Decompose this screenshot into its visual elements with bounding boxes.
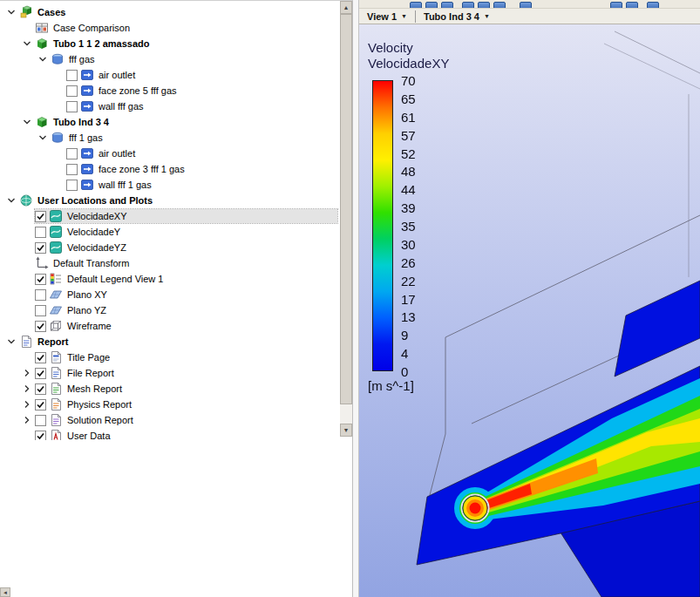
tree-item-default-legend-view-1[interactable]: Default Legend View 1 xyxy=(0,271,340,287)
tree-item-fff-1-gas[interactable]: fff 1 gas xyxy=(0,130,340,146)
title-page-icon xyxy=(49,350,63,364)
visibility-checkbox[interactable] xyxy=(35,415,46,426)
tree-item-report[interactable]: Report xyxy=(0,334,340,349)
tree-item-label: File Report xyxy=(65,368,116,378)
tree-item-file-report[interactable]: File Report xyxy=(0,365,340,381)
tree-item-content: Wireframe xyxy=(35,319,337,333)
panel-splitter[interactable] xyxy=(353,0,359,597)
dropdown-arrow-icon[interactable]: ▼ xyxy=(401,13,407,19)
legend-tick-label: 39 xyxy=(401,200,416,215)
toolbar-icon[interactable] xyxy=(425,2,438,9)
scrollbar-thumb[interactable] xyxy=(340,14,352,404)
boundary-icon xyxy=(80,84,94,98)
legend-tick-label: 57 xyxy=(401,127,416,142)
tree-item-wireframe[interactable]: Wireframe xyxy=(0,318,340,334)
legend-tick-label: 70 xyxy=(401,73,416,88)
toolbar-icon[interactable] xyxy=(647,2,659,9)
tree-item-velocidadexy[interactable]: VelocidadeXY xyxy=(0,208,340,224)
tree-item-label: Default Transform xyxy=(51,258,131,268)
legend-units: [m s^-1] xyxy=(368,378,472,393)
tree-item-user-data[interactable]: User Data xyxy=(0,428,340,440)
expander-spacer xyxy=(19,318,35,334)
tree-item-plano-xy[interactable]: Plano XY xyxy=(0,287,340,302)
tree-item-velocidadey[interactable]: VelocidadeY xyxy=(0,224,340,240)
toolbar-icon[interactable] xyxy=(410,2,422,9)
chevron-down-icon[interactable] xyxy=(3,4,19,20)
tree-item-mesh-report[interactable]: Mesh Report xyxy=(0,381,340,397)
chevron-down-icon[interactable] xyxy=(35,51,51,67)
tree-item-velocidadeyz[interactable]: VelocidadeYZ xyxy=(0,240,340,255)
scroll-up-button[interactable]: ▲ xyxy=(340,1,352,14)
visibility-checkbox[interactable] xyxy=(35,431,46,441)
chevron-down-icon[interactable] xyxy=(35,130,51,146)
chevron-down-icon[interactable] xyxy=(3,193,19,208)
chevron-down-icon[interactable] xyxy=(3,334,19,349)
tree-item-air-outlet[interactable]: air outlet xyxy=(0,146,340,161)
tree-item-content: User Locations and Plots xyxy=(19,193,337,207)
velocity-legend: Velocity VelocidadeXY 706561575248443935… xyxy=(368,40,472,393)
tree-item-case-comparison[interactable]: Case Comparison xyxy=(0,20,340,36)
tree-item-tubo-ind-3-4[interactable]: Tubo Ind 3 4 xyxy=(0,114,340,130)
domain-icon xyxy=(51,52,65,66)
tree-item-face-zone-3-fff-1-gas[interactable]: face zone 3 fff 1 gas xyxy=(0,161,340,177)
visibility-checkbox[interactable] xyxy=(35,305,46,316)
toolbar-icon[interactable] xyxy=(626,2,638,9)
tree-item-wall-fff-gas[interactable]: wall fff gas xyxy=(0,98,340,114)
toolbar-icon[interactable] xyxy=(478,2,490,9)
legend-tick-label: 44 xyxy=(401,182,416,197)
tree-item-content: User Data xyxy=(35,429,337,440)
h-scrollbar-left-button[interactable]: ◄ xyxy=(0,587,10,597)
visibility-checkbox[interactable] xyxy=(35,399,46,410)
visibility-checkbox[interactable] xyxy=(35,274,46,285)
scroll-down-button[interactable]: ▼ xyxy=(340,424,352,437)
view-tab-view-1[interactable]: View 1▼ xyxy=(359,9,415,24)
visibility-checkbox[interactable] xyxy=(66,164,78,175)
3d-viewport[interactable]: Velocity VelocidadeXY 706561575248443935… xyxy=(359,24,700,597)
tree-item-face-zone-5-fff-gas[interactable]: face zone 5 fff gas xyxy=(0,83,340,98)
tree-item-solution-report[interactable]: Solution Report xyxy=(0,412,340,428)
chevron-down-icon[interactable] xyxy=(19,114,35,130)
tree-item-fff-gas[interactable]: fff gas xyxy=(0,51,340,67)
visibility-checkbox[interactable] xyxy=(35,352,46,363)
tree-item-plano-yz[interactable]: Plano YZ xyxy=(0,302,340,318)
visibility-checkbox[interactable] xyxy=(35,368,46,379)
view-tab-tubo-ind-3-4[interactable]: Tubo Ind 3 4▼ xyxy=(416,9,498,24)
visibility-checkbox[interactable] xyxy=(66,85,78,97)
tree-item-physics-report[interactable]: Physics Report xyxy=(0,397,340,412)
visibility-checkbox[interactable] xyxy=(66,148,78,159)
chevron-right-icon[interactable] xyxy=(19,412,35,428)
dropdown-arrow-icon[interactable]: ▼ xyxy=(484,13,490,19)
tree-item-label: Tubo 1 1 2 amassado xyxy=(51,38,151,49)
visibility-checkbox[interactable] xyxy=(66,180,78,191)
tree-item-user-locations-and-plots[interactable]: User Locations and Plots xyxy=(0,193,340,208)
toolbar-icon[interactable] xyxy=(462,2,474,9)
tree-item-tubo-1-1-2-amassado[interactable]: Tubo 1 1 2 amassado xyxy=(0,36,340,51)
visibility-checkbox[interactable] xyxy=(35,383,46,395)
toolbar-icon[interactable] xyxy=(441,2,453,9)
visibility-checkbox[interactable] xyxy=(35,227,46,238)
visibility-checkbox[interactable] xyxy=(35,242,46,254)
tree-item-title-page[interactable]: Title Page xyxy=(0,349,340,365)
tree-item-default-transform[interactable]: Default Transform xyxy=(0,255,340,271)
visibility-checkbox[interactable] xyxy=(35,211,46,222)
toolbar-icon[interactable] xyxy=(520,2,532,9)
visibility-checkbox[interactable] xyxy=(66,101,78,112)
tree-vertical-scrollbar[interactable]: ▲ ▼ xyxy=(340,1,352,437)
chevron-right-icon[interactable] xyxy=(19,365,35,381)
tree-item-label: Solution Report xyxy=(65,415,135,425)
chevron-right-icon[interactable] xyxy=(19,381,35,397)
chevron-down-icon[interactable] xyxy=(19,36,35,51)
tree-item-label: Cases xyxy=(36,7,67,17)
tree-item-cases[interactable]: Cases xyxy=(0,4,340,20)
toolbar-icon[interactable] xyxy=(610,2,622,9)
visibility-checkbox[interactable] xyxy=(66,70,78,81)
tree-item-wall-fff-1-gas[interactable]: wall fff 1 gas xyxy=(0,177,340,193)
contour-icon xyxy=(49,241,63,254)
toolbar-icon[interactable] xyxy=(493,2,506,9)
tree-item-air-outlet[interactable]: air outlet xyxy=(0,67,340,83)
chevron-right-icon[interactable] xyxy=(19,397,35,412)
legend-icon xyxy=(49,272,63,286)
tree-item-content: Tubo Ind 3 4 xyxy=(35,115,337,129)
visibility-checkbox[interactable] xyxy=(35,289,46,301)
visibility-checkbox[interactable] xyxy=(35,321,46,332)
